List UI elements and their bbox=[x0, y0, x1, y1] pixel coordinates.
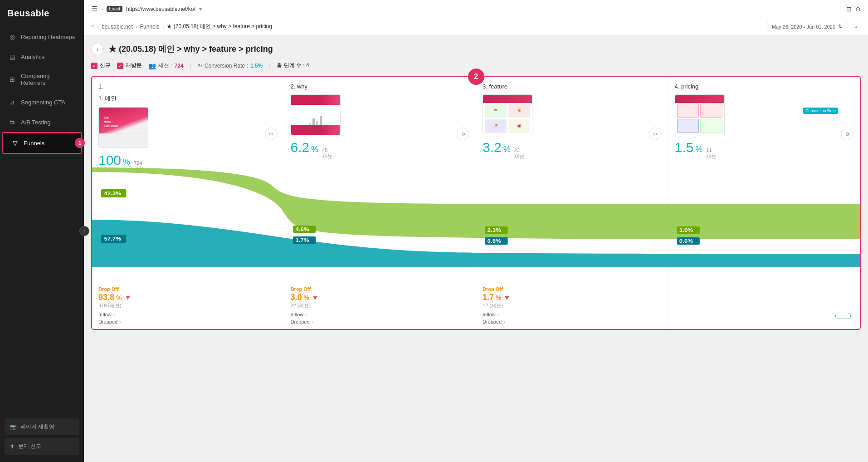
step-1-dropoff-pct: 93.8 bbox=[98, 293, 114, 302]
step-4-thumbnail bbox=[675, 94, 725, 135]
breadcrumb-arrow: › bbox=[97, 24, 99, 30]
step-3-dropped-link[interactable]: Dropped › bbox=[483, 319, 662, 324]
content-area: ‹ ★ (20.05.18) 메인 > why > feature > pric… bbox=[84, 35, 868, 462]
date-picker[interactable]: May 26, 2020 - Jun 01, 2020 ⇅ bbox=[767, 22, 847, 31]
sessions-icon: 👥 bbox=[148, 62, 156, 69]
topbar: ☰ › Exact https://www.beusable.net/ko/ ▾… bbox=[84, 0, 868, 18]
step-2-stats: 6.2 % 45 세션 bbox=[291, 140, 470, 160]
revisit-filter-label: 재방문 bbox=[126, 62, 142, 69]
page-header: ‹ ★ (20.05.18) 메인 > why > feature > pric… bbox=[91, 43, 861, 55]
funnel-step-1: 1. 1. 메인 UXwithBeusable ⚙ 100 % 724 세션 bbox=[92, 77, 284, 329]
funnels-badge: 1 bbox=[75, 138, 85, 148]
funnel-step-3: 3. feature 🥗 🍕 🍜 🥩 ⚙ 3.2 % bbox=[476, 77, 668, 329]
funnel-step-4: 4. pricing Convers bbox=[668, 77, 860, 329]
conversion-rate-label: Conversion Rate : bbox=[205, 63, 248, 69]
new-filter-checkbox[interactable]: ✓ 신규 bbox=[91, 62, 111, 69]
sidebar-item-reporting-heatmaps[interactable]: ◎ Reporting Heatmaps bbox=[0, 27, 84, 47]
ab-testing-icon: ⇆ bbox=[8, 118, 16, 126]
breadcrumb-menu-icon: ≡ bbox=[91, 24, 94, 30]
new-filter-label: 신규 bbox=[100, 62, 111, 69]
step-1-sessions-label: 세션 bbox=[134, 166, 144, 172]
sidebar-footer: 📷 페이지 재촬영 ⬆ 문제 신고 bbox=[0, 414, 84, 462]
comparing-referrers-icon: ⊞ bbox=[8, 75, 16, 84]
step-1-title: 1. 메인 bbox=[98, 94, 278, 103]
step-2-title: 2. why bbox=[291, 83, 470, 90]
conversion-rate-value: 1.5% bbox=[250, 63, 263, 69]
step-3-inflow-link[interactable]: Inflow › bbox=[483, 312, 662, 317]
step-1-links: Inflow › Dropped › bbox=[98, 312, 278, 324]
breadcrumb-current: ★ (20.05.18) 메인 > why > feature > pricin… bbox=[166, 23, 272, 30]
sidebar-item-label: Analytics bbox=[21, 54, 44, 60]
step-1-dropoff-arrow: 🔻 bbox=[124, 294, 132, 301]
step-2-dropped-link[interactable]: Dropped › bbox=[291, 319, 470, 324]
step-2-inflow-link[interactable]: Inflow › bbox=[291, 312, 470, 317]
user-icon[interactable]: ⊙ bbox=[855, 5, 861, 13]
step-1-tool-button[interactable]: ⚙ bbox=[265, 128, 278, 140]
report-icon: ⬆ bbox=[10, 443, 15, 450]
step-1-sessions-count: 724 bbox=[134, 160, 144, 166]
sidebar-item-funnels[interactable]: ▽ Funnels 1 bbox=[2, 132, 82, 154]
date-dropdown-icon: ⇅ bbox=[838, 24, 842, 29]
step-3-stats: 3.2 % 23 세션 bbox=[483, 140, 662, 160]
menu-icon[interactable]: ☰ bbox=[91, 5, 98, 13]
step-1-percent-symbol: % bbox=[123, 157, 130, 167]
funnel-step-2: 2. why ⚙ bbox=[284, 77, 477, 329]
main-content: ☰ › Exact https://www.beusable.net/ko/ ▾… bbox=[84, 0, 868, 462]
topbar-url: https://www.beusable.net/ko/ bbox=[126, 6, 195, 12]
step-1-percent: 100 bbox=[98, 152, 121, 168]
scroll-up-icon[interactable]: ▲ bbox=[854, 24, 858, 29]
sidebar-item-label: Comparing Referrers bbox=[21, 73, 76, 86]
step-4-stats: 1.5 % 11 세션 bbox=[675, 140, 854, 160]
total-steps: 총 단계 수 : 4 bbox=[277, 62, 309, 69]
revisit-filter-checkbox[interactable]: ✓ 재방문 bbox=[117, 62, 142, 69]
step-1-dropoff-count: 679 (세션) bbox=[98, 302, 278, 309]
step-3-tool-button[interactable]: ⚙ bbox=[649, 128, 662, 140]
nav-arrow: › bbox=[101, 6, 103, 12]
reporting-heatmaps-icon: ◎ bbox=[8, 33, 16, 41]
step-badge-2: 2 bbox=[468, 69, 484, 85]
step-4-tool-button[interactable]: ⚙ bbox=[841, 128, 853, 140]
camera-icon: 📷 bbox=[10, 424, 17, 430]
sidebar-item-ab-testing[interactable]: ⇆ A/B Testing bbox=[0, 112, 84, 132]
back-button[interactable]: ‹ bbox=[91, 43, 104, 55]
step-1-dropoff-symbol: % bbox=[116, 294, 122, 301]
step-2-percent: 6.2 bbox=[291, 140, 310, 155]
funnels-icon: ▽ bbox=[11, 139, 19, 147]
step-1-thumbnail: UXwithBeusable bbox=[98, 107, 148, 148]
step-1-dropped-link[interactable]: Dropped › bbox=[98, 319, 278, 324]
problem-report-button[interactable]: ⬆ 문제 신고 bbox=[5, 438, 79, 455]
sidebar-item-segmenting-cta[interactable]: ⊿ Segmenting CTA bbox=[0, 92, 84, 112]
step-3-thumbnail: 🥗 🍕 🍜 🥩 bbox=[483, 94, 532, 135]
converted-button[interactable] bbox=[835, 313, 851, 319]
step-1-dropoff: Drop Off 93.8 % 🔻 679 (세션) Inflow › bbox=[98, 283, 278, 329]
step-1-stats: 100 % 724 세션 bbox=[98, 152, 278, 172]
window-icon[interactable]: ⊡ bbox=[846, 5, 852, 13]
sessions-info: 👥 세션 : 724 bbox=[148, 62, 184, 69]
sidebar-item-label: Funnels bbox=[24, 140, 44, 147]
sidebar-item-label: A/B Testing bbox=[21, 119, 51, 126]
step-2-sessions-count: 45 bbox=[322, 147, 332, 153]
sidebar-item-comparing-referrers[interactable]: ⊞ Comparing Referrers bbox=[0, 67, 84, 92]
conversion-rate-info: ↻ Conversion Rate : 1.5% bbox=[198, 63, 263, 69]
step-2-thumbnail bbox=[291, 94, 341, 135]
page-report-button[interactable]: 📷 페이지 재촬영 bbox=[5, 418, 79, 435]
step-4-title: 4. pricing bbox=[675, 83, 854, 90]
sidebar: Beusable ‹ ◎ Reporting Heatmaps ▦ Analyt… bbox=[0, 0, 84, 462]
revisit-checkbox-icon: ✓ bbox=[117, 63, 123, 69]
sidebar-collapse-button[interactable]: ‹ bbox=[79, 226, 89, 236]
breadcrumb-site[interactable]: beusable.net bbox=[102, 24, 133, 30]
step-1-dropoff-label: Drop Off bbox=[98, 286, 278, 292]
sessions-label: 세션 : bbox=[158, 62, 172, 69]
breadcrumb-funnels[interactable]: Funnels bbox=[140, 24, 160, 30]
url-dropdown-icon[interactable]: ▾ bbox=[199, 6, 202, 12]
sessions-count: 724 bbox=[175, 63, 184, 69]
step-2-tool-button[interactable]: ⚙ bbox=[457, 128, 469, 140]
sidebar-item-label: Reporting Heatmaps bbox=[21, 34, 75, 40]
step-3-title: 3. feature bbox=[483, 83, 662, 90]
conversion-rate-badge: Conversion Rate bbox=[803, 108, 838, 114]
step-2-dropoff: Drop Off 3.0 % 🔻 22 (세션) Inflow › bbox=[291, 283, 470, 329]
breadcrumb: ≡ › beusable.net › Funnels › ★ (20.05.18… bbox=[84, 18, 868, 35]
step-1-inflow-link[interactable]: Inflow › bbox=[98, 312, 278, 317]
new-checkbox-icon: ✓ bbox=[91, 63, 98, 69]
sidebar-item-analytics[interactable]: ▦ Analytics bbox=[0, 47, 84, 67]
